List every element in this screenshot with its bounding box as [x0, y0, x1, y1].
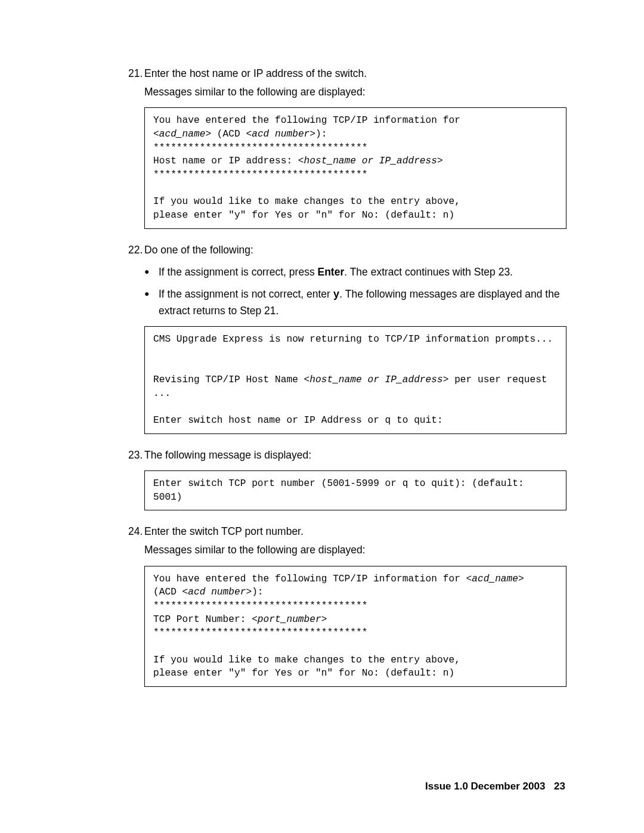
code-block: You have entered the following TCP/IP in…: [144, 107, 566, 228]
code-text: *************************************: [153, 600, 367, 611]
code-text: You have entered the following TCP/IP in…: [153, 574, 466, 584]
step-text: Enter the switch TCP port number.: [144, 524, 566, 540]
page-footer: Issue 1.0 December 2003 23: [425, 781, 565, 792]
step-24: 24. Enter the switch TCP port number. Me…: [128, 524, 566, 687]
list-item: If the assignment is not correct, enter …: [144, 286, 566, 319]
bullet-bold: Enter: [318, 266, 345, 278]
step-23: 23. The following message is displayed: …: [128, 447, 566, 510]
code-text: Host name or IP address:: [153, 156, 298, 166]
code-placeholder: <acd number>: [182, 587, 252, 597]
code-placeholder: <host_name or IP_address>: [304, 374, 449, 385]
code-block: You have entered the following TCP/IP in…: [144, 566, 566, 687]
code-text: *************************************: [153, 169, 367, 180]
bullet-text: If the assignment is not correct, enter: [159, 288, 333, 300]
list-item: If the assignment is correct, press Ente…: [144, 264, 566, 280]
code-placeholder: <host_name or IP_address>: [298, 156, 443, 166]
code-text: *************************************: [153, 143, 367, 153]
step-subtext: Messages similar to the following are di…: [144, 542, 566, 558]
code-text: Revising TCP/IP Host Name: [153, 374, 304, 385]
step-number: 21.: [128, 66, 144, 82]
code-text: Enter switch TCP port number (5001-5999 …: [153, 478, 530, 503]
code-text: (ACD: [153, 587, 182, 597]
bullet-list: If the assignment is correct, press Ente…: [144, 264, 566, 319]
code-text: ):: [252, 587, 263, 597]
page-content: 21. Enter the host name or IP address of…: [0, 0, 644, 736]
bullet-mono: y: [333, 289, 340, 301]
code-text: If you would like to make changes to the…: [153, 196, 460, 207]
step-subtext: Messages similar to the following are di…: [144, 84, 566, 100]
step-line: 22. Do one of the following:: [128, 242, 566, 258]
code-text: please enter "y" for Yes or "n" for No: …: [153, 668, 454, 679]
code-placeholder: <acd number>: [246, 129, 315, 140]
step-number: 22.: [128, 242, 144, 258]
code-placeholder: <acd_name>: [153, 129, 211, 140]
code-block: CMS Upgrade Express is now returning to …: [144, 326, 566, 434]
footer-issue: Issue 1.0 December 2003: [425, 781, 545, 792]
step-text: Do one of the following:: [144, 242, 566, 258]
step-line: 23. The following message is displayed:: [128, 447, 566, 463]
code-text: (ACD: [211, 129, 246, 140]
code-text: If you would like to make changes to the…: [153, 655, 460, 665]
step-number: 24.: [128, 524, 144, 540]
step-text: Enter the host name or IP address of the…: [144, 66, 566, 82]
code-placeholder: <port_number>: [252, 614, 327, 625]
step-number: 23.: [128, 447, 144, 463]
step-21: 21. Enter the host name or IP address of…: [128, 66, 566, 229]
step-line: 21. Enter the host name or IP address of…: [128, 66, 566, 82]
code-text: Enter switch host name or IP Address or …: [153, 415, 443, 426]
bullet-text: . The extract continues with Step 23.: [344, 266, 513, 278]
code-text: CMS Upgrade Express is now returning to …: [153, 334, 553, 345]
step-text: The following message is displayed:: [144, 447, 566, 463]
code-placeholder: <acd_name>: [466, 574, 524, 584]
code-text: TCP Port Number:: [153, 614, 252, 625]
code-text: *************************************: [153, 627, 367, 638]
code-text: ):: [315, 129, 327, 140]
code-text: You have entered the following TCP/IP in…: [153, 115, 460, 126]
code-text: please enter "y" for Yes or "n" for No: …: [153, 210, 454, 221]
bullet-text: If the assignment is correct, press: [159, 266, 318, 278]
footer-page-number: 23: [554, 781, 565, 792]
code-block: Enter switch TCP port number (5001-5999 …: [144, 470, 566, 510]
step-line: 24. Enter the switch TCP port number.: [128, 524, 566, 540]
step-22: 22. Do one of the following: If the assi…: [128, 242, 566, 434]
